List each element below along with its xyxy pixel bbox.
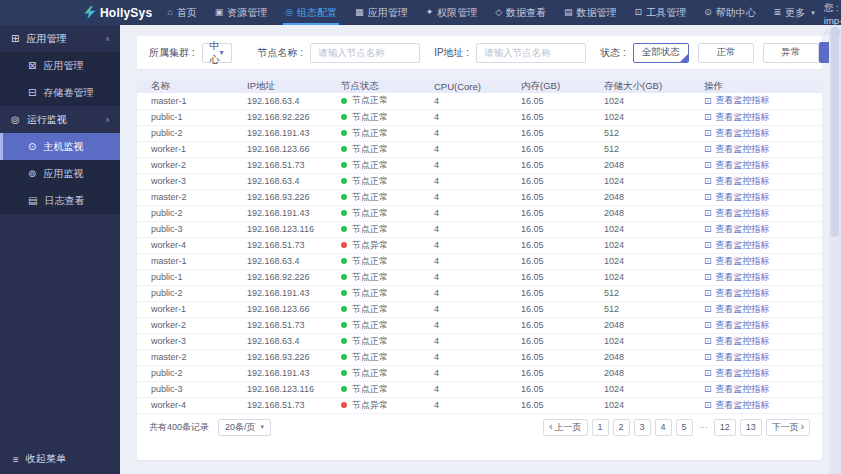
page-size-select[interactable]: 20条/页 ▾ <box>218 419 271 436</box>
monitor-icon: ⊡ <box>704 272 712 282</box>
top-nav-item-resource[interactable]: ▣资源管理 <box>206 0 277 25</box>
top-nav-item-app[interactable]: ▦应用管理 <box>346 0 417 25</box>
action-cell: ⊡查看监控指标 <box>690 221 822 237</box>
view-metrics-label: 查看监控指标 <box>716 175 770 188</box>
cpu-cell: 4 <box>420 349 507 365</box>
ip-input[interactable] <box>476 43 586 63</box>
status-dot <box>341 114 347 120</box>
ip-cell: 192.168.51.73 <box>233 317 327 333</box>
top-nav-item-data-view[interactable]: ◇数据查看 <box>486 0 555 25</box>
next-page-button[interactable]: 下一页› <box>766 419 810 436</box>
page-button-5[interactable]: 5 <box>676 419 693 436</box>
cluster-select[interactable]: 中心 ▾ <box>202 43 232 63</box>
view-metrics-link[interactable]: ⊡查看监控指标 <box>704 271 770 284</box>
memory-cell: 16.05 <box>507 349 590 365</box>
sidebar-group-run-monitor-group[interactable]: ◎运行监视∧ <box>0 106 120 133</box>
view-metrics-link[interactable]: ⊡查看监控指标 <box>704 175 770 188</box>
action-cell: ⊡查看监控指标 <box>690 109 822 125</box>
cpu-cell: 4 <box>420 285 507 301</box>
vertical-scrollbar[interactable] <box>829 25 841 474</box>
sidebar-group-children: ⊙主机监视⊚应用监视▤日志查看 <box>0 133 120 214</box>
monitor-icon: ⊡ <box>704 96 712 106</box>
sidebar-group-app-manage-group[interactable]: ⊞应用管理∧ <box>0 25 120 52</box>
column-header: IP地址 <box>233 79 327 93</box>
status-cell: 节点异常 <box>327 397 420 413</box>
status-dot <box>341 194 347 200</box>
status-option-normal[interactable]: 正常 <box>698 43 754 63</box>
page-button-3[interactable]: 3 <box>634 419 651 436</box>
top-nav-item-label: 工具管理 <box>646 6 686 20</box>
ip-cell: 192.168.93.226 <box>233 189 327 205</box>
status-text: 节点正常 <box>352 208 388 218</box>
monitor-icon: ⊡ <box>704 176 712 186</box>
view-metrics-link[interactable]: ⊡查看监控指标 <box>704 94 770 107</box>
action-cell: ⊡查看监控指标 <box>690 237 822 253</box>
page-button-13[interactable]: 13 <box>740 419 762 436</box>
view-metrics-link[interactable]: ⊡查看监控指标 <box>704 399 770 412</box>
status-option-abnormal[interactable]: 异常 <box>763 43 819 63</box>
view-metrics-link[interactable]: ⊡查看监控指标 <box>704 335 770 348</box>
storage-cell: 2048 <box>590 317 690 333</box>
view-metrics-link[interactable]: ⊡查看监控指标 <box>704 367 770 380</box>
sidebar-item-log-view[interactable]: ▤日志查看 <box>0 187 120 214</box>
sidebar-item-app-manage[interactable]: ⊠应用管理 <box>0 52 120 79</box>
welcome-text: 欢迎您 : imp-Admin <box>824 0 841 37</box>
view-metrics-link[interactable]: ⊡查看监控指标 <box>704 303 770 316</box>
sidebar-item-host-monitor[interactable]: ⊙主机监视 <box>0 133 120 160</box>
view-metrics-link[interactable]: ⊡查看监控指标 <box>704 255 770 268</box>
monitor-group-icon: ◎ <box>11 114 20 125</box>
action-cell: ⊡查看监控指标 <box>690 269 822 285</box>
top-nav-item-help[interactable]: ⊙帮助中心 <box>695 0 765 25</box>
main-content: 所属集群 : 中心 ▾ 节点名称 : IP地址 : 状态 : 全部状态正常异常 … <box>120 25 829 474</box>
storage-cell: 1024 <box>590 93 690 109</box>
top-nav-item-data-manage[interactable]: ▤数据管理 <box>555 0 626 25</box>
top-nav-item-permission[interactable]: ✦权限管理 <box>417 0 487 25</box>
view-metrics-label: 查看监控指标 <box>716 127 770 140</box>
storage-cell: 2048 <box>590 157 690 173</box>
collapse-menu-button[interactable]: ≡ 收起菜单 <box>0 444 120 474</box>
scrollbar-thumb[interactable] <box>831 27 839 237</box>
status-dot <box>341 290 347 296</box>
monitor-icon: ⊡ <box>704 224 712 234</box>
ip-cell: 192.168.191.43 <box>233 205 327 221</box>
view-metrics-link[interactable]: ⊡查看监控指标 <box>704 319 770 332</box>
page-button-1[interactable]: 1 <box>592 419 609 436</box>
top-nav-item-more[interactable]: ≣更多▾ <box>765 0 824 25</box>
ip-cell: 192.168.51.73 <box>233 157 327 173</box>
view-metrics-link[interactable]: ⊡查看监控指标 <box>704 351 770 364</box>
status-dot <box>341 354 347 360</box>
table-header-row: 名称IP地址节点状态CPU(Core)内存(GB)存储大小(GB)操作 <box>137 79 822 93</box>
status-text: 节点正常 <box>352 352 388 362</box>
top-nav-item-config[interactable]: ◎组态配置 <box>276 0 346 25</box>
ip-cell: 192.168.51.73 <box>233 237 327 253</box>
view-metrics-label: 查看监控指标 <box>716 303 770 316</box>
storage-cell: 2048 <box>590 205 690 221</box>
view-metrics-link[interactable]: ⊡查看监控指标 <box>704 127 770 140</box>
view-metrics-link[interactable]: ⊡查看监控指标 <box>704 143 770 156</box>
status-cell: 节点正常 <box>327 189 420 205</box>
column-header: 内存(GB) <box>507 79 590 93</box>
view-metrics-link[interactable]: ⊡查看监控指标 <box>704 191 770 204</box>
name-cell: master-1 <box>137 253 233 269</box>
top-nav-item-tool[interactable]: ⊡工具管理 <box>626 0 696 25</box>
status-option-all[interactable]: 全部状态 <box>633 43 689 63</box>
view-metrics-link[interactable]: ⊡查看监控指标 <box>704 383 770 396</box>
brand-logo[interactable]: HollySys <box>84 6 152 20</box>
view-metrics-link[interactable]: ⊡查看监控指标 <box>704 159 770 172</box>
page-button-2[interactable]: 2 <box>613 419 630 436</box>
view-metrics-link[interactable]: ⊡查看监控指标 <box>704 287 770 300</box>
top-nav-item-home[interactable]: ⌂首页 <box>158 0 205 25</box>
view-metrics-link[interactable]: ⊡查看监控指标 <box>704 239 770 252</box>
prev-page-button[interactable]: ‹上一页 <box>543 419 587 436</box>
status-text: 节点正常 <box>352 256 388 266</box>
page-button-12[interactable]: 12 <box>714 419 736 436</box>
view-metrics-link[interactable]: ⊡查看监控指标 <box>704 207 770 220</box>
page-button-4[interactable]: 4 <box>655 419 672 436</box>
view-metrics-link[interactable]: ⊡查看监控指标 <box>704 111 770 124</box>
node-name-input[interactable] <box>310 43 420 63</box>
view-metrics-label: 查看监控指标 <box>716 191 770 204</box>
sidebar-item-storage-volume[interactable]: ⊟存储卷管理 <box>0 79 120 106</box>
monitor-icon: ⊡ <box>704 288 712 298</box>
view-metrics-link[interactable]: ⊡查看监控指标 <box>704 223 770 236</box>
sidebar-item-app-monitor[interactable]: ⊚应用监视 <box>0 160 120 187</box>
